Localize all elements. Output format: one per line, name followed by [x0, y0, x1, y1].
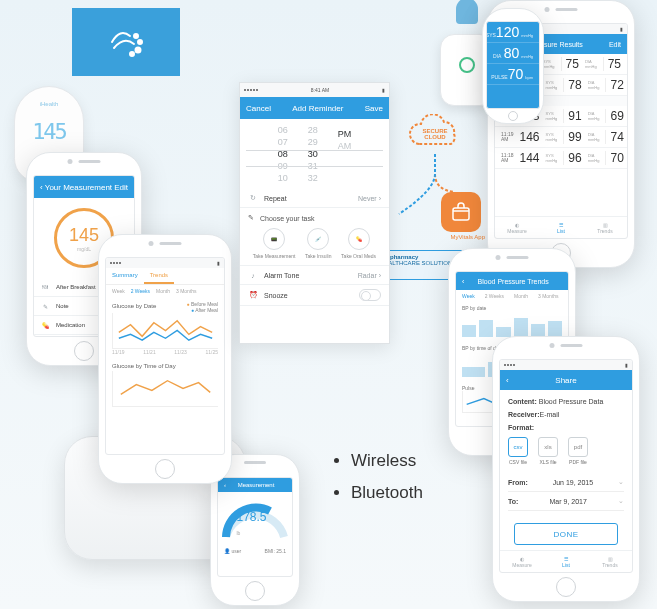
svg-point-2: [136, 48, 141, 53]
svg-point-0: [134, 34, 138, 38]
page-title: Blood Pressure Trends: [478, 278, 549, 285]
task-option[interactable]: 📟Take Measurement: [253, 228, 296, 259]
weight-gauge: 178.5 lb: [218, 492, 292, 546]
back-button[interactable]: ‹: [506, 376, 509, 385]
pdf-icon: pdf: [568, 437, 588, 457]
status-bar: 8:41 AM▮: [240, 83, 389, 97]
page-title: Measurement: [238, 482, 275, 488]
chart-title: Glucose by Date: [112, 303, 156, 309]
tab-bar: ◐Measure ☰List ▥Trends: [500, 550, 632, 572]
snooze-row: ⏰Snooze: [240, 285, 389, 306]
task-label: Choose your task: [260, 215, 314, 222]
tab-measure[interactable]: ◐Measure: [495, 217, 539, 238]
snooze-icon: ⏰: [248, 290, 258, 300]
range-option[interactable]: 3 Months: [176, 288, 197, 294]
svg-point-1: [138, 40, 142, 44]
tab-list[interactable]: ☰List: [544, 551, 588, 572]
alarm-icon: ♪: [248, 270, 258, 280]
bullet: Bluetooth: [351, 483, 423, 503]
alarm-row[interactable]: ♪Alarm ToneRadar ›: [240, 266, 389, 285]
tab-list[interactable]: ☰List: [539, 217, 583, 238]
glucose-unit: mg/dL: [77, 246, 91, 252]
bp-result-row[interactable]: 11:19 AM146SYSmmHg99DIAmmHg74Pulsebpm: [495, 127, 627, 148]
from-date-row[interactable]: From:Jun 19, 2015⌄: [508, 473, 624, 492]
device-led: [459, 57, 475, 73]
range-option[interactable]: Month: [156, 288, 170, 294]
pharmacy-label: MyVitals App: [450, 234, 485, 240]
range-option[interactable]: 2 Weeks: [131, 288, 150, 294]
format-pdf[interactable]: pdfPDF file: [568, 437, 588, 465]
home-button[interactable]: [245, 581, 265, 601]
snooze-toggle[interactable]: [359, 289, 381, 301]
bee-logo: [72, 8, 180, 76]
tab-trends[interactable]: Trends: [144, 268, 174, 284]
glucose-value: 145: [69, 225, 99, 246]
range-option[interactable]: 2 Weeks: [485, 293, 504, 299]
edit-button[interactable]: Edit: [114, 183, 128, 192]
note-icon: ✎: [40, 301, 50, 311]
format-csv[interactable]: csvCSV file: [508, 437, 528, 465]
home-button[interactable]: [74, 341, 94, 361]
bp-cuff: [456, 0, 478, 24]
back-button[interactable]: ‹: [224, 482, 226, 488]
page-title: Your Measurement: [45, 183, 112, 192]
user-icon: 👤 user: [224, 548, 241, 554]
back-button[interactable]: ‹: [40, 183, 43, 192]
home-button[interactable]: [155, 459, 175, 479]
measurement-icon: 📟: [263, 228, 285, 250]
tab-trends[interactable]: ▥Trends: [588, 551, 632, 572]
device-brand: iHealth: [40, 101, 59, 107]
phone-bp-live: SYS120mmHg DIA80mmHg PULSE70bpm: [482, 8, 544, 124]
status-bar: ▮: [106, 258, 224, 268]
bmi-value: BMI: 25.1: [265, 548, 286, 554]
format-xls[interactable]: xlsXLS file: [538, 437, 558, 465]
cancel-button[interactable]: Cancel: [246, 104, 271, 113]
insulin-icon: 💉: [307, 228, 329, 250]
pharmacy-icon: [441, 192, 481, 232]
xls-icon: xls: [538, 437, 558, 457]
tod-chart: [112, 371, 218, 407]
tab-measure[interactable]: ◐Measure: [500, 551, 544, 572]
save-button[interactable]: Save: [365, 104, 383, 113]
bp-bar-chart: [462, 311, 562, 339]
bp-reading: PULSE70bpm: [487, 64, 539, 85]
bp-result-row[interactable]: 11:18 AM144SYSmmHg96DIAmmHg70Pulsebpm: [495, 148, 627, 169]
content-value: Blood Pressure Data: [539, 398, 604, 405]
svg-rect-4: [453, 208, 469, 220]
task-option[interactable]: 💉Take Insulin: [305, 228, 331, 259]
repeat-row[interactable]: ↻RepeatNever ›: [240, 189, 389, 208]
header: ‹ Your Measurement Edit: [34, 176, 134, 198]
chevron-down-icon: ⌄: [618, 478, 624, 486]
phone-share: ▮ ‹Share Content: Blood Pressure Data Re…: [492, 336, 640, 602]
tab-trends[interactable]: ▥Trends: [583, 217, 627, 238]
meal-icon: 🍽: [40, 282, 50, 292]
section-title: BP by date: [462, 305, 486, 311]
to-date-row[interactable]: To:Mar 9, 2017⌄: [508, 492, 624, 511]
home-button[interactable]: [556, 577, 576, 597]
status-bar: ▮: [500, 360, 632, 370]
back-button[interactable]: ‹: [462, 278, 464, 285]
home-button[interactable]: [508, 111, 518, 121]
pills-icon: 💊: [348, 228, 370, 250]
time-picker[interactable]: 0607080910 2829303132 PMAM: [240, 119, 389, 189]
range-option[interactable]: Week: [112, 288, 125, 294]
feature-bullets: Wireless Bluetooth: [335, 445, 423, 515]
csv-icon: csv: [508, 437, 528, 457]
task-icon: ✎: [248, 214, 254, 222]
page-title: Add Reminder: [292, 104, 343, 113]
edit-button[interactable]: Edit: [609, 41, 621, 48]
meds-icon: 💊: [40, 320, 50, 330]
page-title: Share: [555, 376, 576, 385]
task-option[interactable]: 💊Take Oral Meds: [341, 228, 376, 259]
glucose-chart: [112, 313, 218, 349]
range-option[interactable]: Month: [514, 293, 528, 299]
bp-reading: SYS120mmHg: [487, 22, 539, 43]
done-button[interactable]: DONE: [514, 523, 618, 545]
bp-reading: DIA80mmHg: [487, 43, 539, 64]
svg-point-3: [130, 52, 134, 56]
tabs: Summary Trends: [106, 268, 224, 285]
range-option[interactable]: 3 Months: [538, 293, 559, 299]
range-option[interactable]: Week: [462, 293, 475, 299]
tab-summary[interactable]: Summary: [106, 268, 144, 284]
receiver-value: E-mail: [540, 411, 560, 418]
